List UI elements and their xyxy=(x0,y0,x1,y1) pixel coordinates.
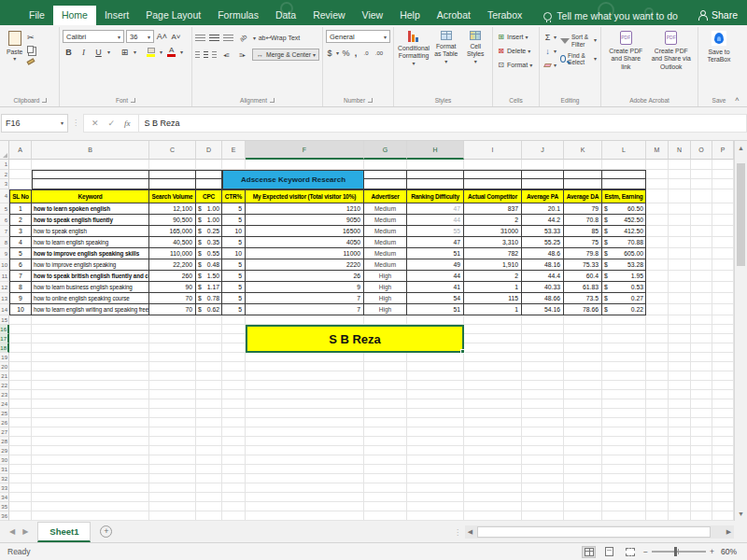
cell-P32[interactable] xyxy=(712,474,734,483)
cell-D19[interactable] xyxy=(196,353,222,362)
cell-L9[interactable]: $605.00 xyxy=(602,248,646,259)
cell-N31[interactable] xyxy=(669,465,691,474)
cell-L30[interactable] xyxy=(602,455,646,465)
cell-B21[interactable] xyxy=(32,371,149,381)
column-header-J[interactable]: J xyxy=(522,141,564,160)
cell-E26[interactable] xyxy=(222,418,246,427)
cell-K28[interactable] xyxy=(564,437,602,446)
decrease-indent-icon[interactable]: ◂≡ xyxy=(220,49,233,61)
cell-B32[interactable] xyxy=(32,474,149,483)
cell-I1[interactable] xyxy=(464,160,522,170)
cell-M36[interactable] xyxy=(646,511,669,521)
cell-I28[interactable] xyxy=(464,437,522,446)
cell-K16[interactable] xyxy=(564,325,602,334)
cell-D15[interactable] xyxy=(196,315,222,325)
cell-N6[interactable] xyxy=(669,215,691,226)
align-left-icon[interactable] xyxy=(195,51,200,59)
comma-format-button[interactable]: , xyxy=(353,47,359,59)
cell-P2[interactable] xyxy=(712,170,734,179)
cell-P18[interactable] xyxy=(712,343,734,353)
cell-G11[interactable]: High xyxy=(364,271,407,282)
cell-D31[interactable] xyxy=(196,465,222,474)
cell-K11[interactable]: 60.4 xyxy=(564,271,602,282)
cell-P14[interactable] xyxy=(712,304,734,315)
cell-O8[interactable] xyxy=(691,237,712,248)
cell-D16[interactable] xyxy=(196,325,222,334)
banner-merged-cell[interactable]: Adscense Keyword Research xyxy=(222,170,364,189)
cell-H13[interactable]: 54 xyxy=(407,293,464,304)
cell-A26[interactable] xyxy=(9,418,32,427)
cell-B5[interactable]: how to learn spoken english xyxy=(32,203,149,215)
cell-L25[interactable] xyxy=(602,409,646,418)
cell-J29[interactable] xyxy=(522,446,564,455)
cell-A33[interactable] xyxy=(9,483,32,493)
cell-N11[interactable] xyxy=(669,271,691,282)
row-header-6[interactable]: 6 xyxy=(0,215,9,226)
cell-B3[interactable] xyxy=(32,179,149,189)
row-header-4[interactable]: 4 xyxy=(0,189,9,203)
cell-B31[interactable] xyxy=(32,465,149,474)
cell-J4[interactable]: Average PA xyxy=(522,189,564,203)
column-header-C[interactable]: C xyxy=(149,141,196,160)
cell-D28[interactable] xyxy=(196,437,222,446)
row-header-10[interactable]: 10 xyxy=(0,259,9,271)
select-all-corner[interactable] xyxy=(0,141,9,160)
cell-A1[interactable] xyxy=(9,160,32,170)
cell-J33[interactable] xyxy=(522,483,564,493)
cell-H19[interactable] xyxy=(407,353,464,362)
cell-H4[interactable]: Ranking Difficulty xyxy=(407,189,464,203)
cell-J34[interactable] xyxy=(522,493,564,502)
row-header-27[interactable]: 27 xyxy=(0,427,9,437)
cell-N35[interactable] xyxy=(669,502,691,511)
cell-L22[interactable] xyxy=(602,381,646,390)
cell-D27[interactable] xyxy=(196,427,222,437)
row-header-25[interactable]: 25 xyxy=(0,409,9,418)
cell-F32[interactable] xyxy=(246,474,364,483)
cell-G8[interactable]: Medium xyxy=(364,237,407,248)
cell-M23[interactable] xyxy=(646,390,669,399)
cell-H9[interactable]: 51 xyxy=(407,248,464,259)
cell-C30[interactable] xyxy=(149,455,196,465)
cell-L28[interactable] xyxy=(602,437,646,446)
row-header-19[interactable]: 19 xyxy=(0,353,9,362)
cell-E11[interactable]: 5 xyxy=(222,271,246,282)
cell-O10[interactable] xyxy=(691,259,712,271)
cell-O13[interactable] xyxy=(691,293,712,304)
cell-G25[interactable] xyxy=(364,409,407,418)
cell-N29[interactable] xyxy=(669,446,691,455)
cell-E21[interactable] xyxy=(222,371,246,381)
cell-F35[interactable] xyxy=(246,502,364,511)
cell-A17[interactable] xyxy=(9,334,32,343)
format-cells-button[interactable]: ⊡Format▾ xyxy=(496,58,536,72)
cell-K26[interactable] xyxy=(564,418,602,427)
cell-A27[interactable] xyxy=(9,427,32,437)
zoom-slider-thumb[interactable] xyxy=(674,547,677,556)
cell-L16[interactable] xyxy=(602,325,646,334)
cell-O21[interactable] xyxy=(691,371,712,381)
cell-P1[interactable] xyxy=(712,160,734,170)
cell-F12[interactable]: 9 xyxy=(246,282,364,293)
cell-P29[interactable] xyxy=(712,446,734,455)
cell-F22[interactable] xyxy=(246,381,364,390)
cell-E32[interactable] xyxy=(222,474,246,483)
cell-O4[interactable] xyxy=(691,189,712,203)
cell-J20[interactable] xyxy=(522,362,564,371)
row-header-14[interactable]: 14 xyxy=(0,304,9,315)
cell-E6[interactable]: 5 xyxy=(222,215,246,226)
cell-O7[interactable] xyxy=(691,226,712,237)
cell-J28[interactable] xyxy=(522,437,564,446)
cell-K18[interactable] xyxy=(564,343,602,353)
cell-B9[interactable]: how to improve english speaking skills xyxy=(32,248,149,259)
cell-C15[interactable] xyxy=(149,315,196,325)
cell-N4[interactable] xyxy=(669,189,691,203)
cell-G14[interactable]: High xyxy=(364,304,407,315)
cell-P8[interactable] xyxy=(712,237,734,248)
cell-G32[interactable] xyxy=(364,474,407,483)
cell-A10[interactable]: 6 xyxy=(9,259,32,271)
increase-decimal-button[interactable]: .0 xyxy=(361,47,371,59)
cell-N30[interactable] xyxy=(669,455,691,465)
cell-F25[interactable] xyxy=(246,409,364,418)
row-header-35[interactable]: 35 xyxy=(0,502,9,511)
cell-I20[interactable] xyxy=(464,362,522,371)
ribbon-tab-insert[interactable]: Insert xyxy=(96,6,137,25)
